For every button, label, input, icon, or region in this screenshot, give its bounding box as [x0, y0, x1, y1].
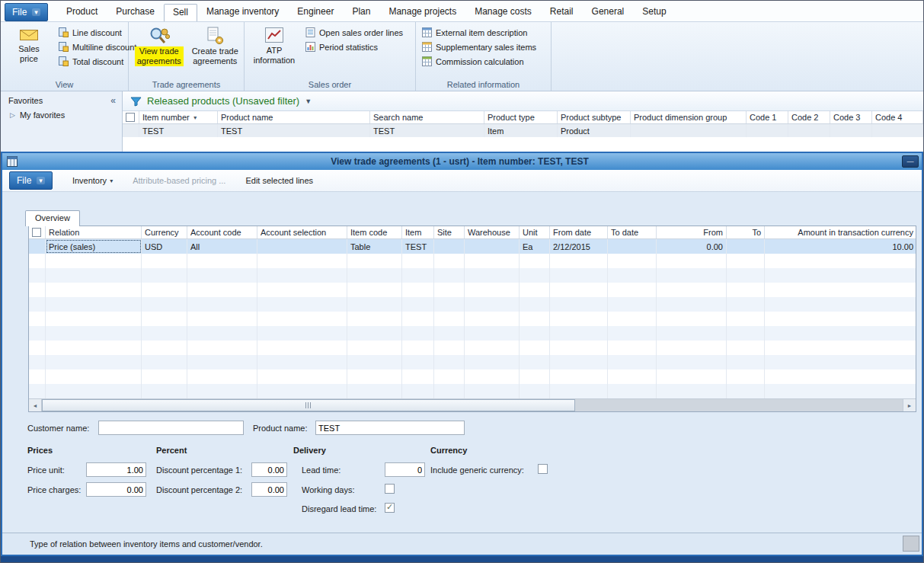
price-unit-input[interactable]: [86, 462, 146, 477]
tab-general[interactable]: General: [583, 3, 634, 21]
atp-information-button[interactable]: ATP information: [251, 25, 298, 72]
col-item[interactable]: Item: [402, 226, 434, 238]
tab-manage-inventory[interactable]: Manage inventory: [197, 3, 288, 21]
include-generic-currency-checkbox[interactable]: [538, 464, 548, 474]
file-menu-button[interactable]: File▾: [5, 3, 48, 21]
tab-purchase[interactable]: Purchase: [107, 3, 164, 21]
col-relation[interactable]: Relation: [46, 226, 142, 238]
window-title-bar[interactable]: View trade agreements (1 - usrt) - Item …: [2, 153, 922, 170]
window-file-menu-button[interactable]: File ▾: [9, 171, 53, 190]
scrollbar-thumb[interactable]: [42, 399, 575, 411]
supplementary-sales-items-button[interactable]: Supplementary sales items: [422, 42, 536, 52]
col-item-number[interactable]: Item number▼: [139, 111, 218, 123]
grid-empty-row[interactable]: [29, 326, 916, 341]
tab-manage-projects[interactable]: Manage projects: [379, 3, 465, 21]
minimize-button[interactable]: —: [902, 155, 919, 168]
col-site[interactable]: Site: [434, 226, 465, 238]
col-unit[interactable]: Unit: [520, 226, 550, 238]
tab-retail[interactable]: Retail: [541, 3, 583, 21]
tab-sell[interactable]: Sell: [164, 4, 197, 22]
price-charges-input[interactable]: [86, 482, 146, 497]
scrollbar-track[interactable]: [42, 399, 903, 411]
released-products-grid: Item number▼Product nameSearch nameProdu…: [123, 111, 923, 137]
menu-item-edit-selected-lines[interactable]: Edit selected lines: [245, 176, 313, 185]
grid-empty-row[interactable]: [29, 312, 916, 326]
cell-product-dimension-group: [631, 124, 747, 137]
grid-data-row[interactable]: TESTTESTTESTItemProduct: [123, 124, 923, 137]
select-all-checkbox[interactable]: [126, 113, 135, 122]
discount-percentage-2-input[interactable]: [251, 482, 287, 497]
col-code-2[interactable]: Code 2: [788, 111, 830, 123]
create-trade-agreements-button[interactable]: Create trade agreements: [191, 25, 240, 72]
column-label: Code 4: [875, 113, 902, 122]
col-product-dimension-group[interactable]: Product dimension group: [631, 111, 747, 123]
col-code-1[interactable]: Code 1: [747, 111, 788, 123]
working-days-checkbox[interactable]: [385, 484, 395, 494]
open-sales-order-lines-button[interactable]: Open sales order lines: [305, 27, 403, 37]
filter-caret-icon[interactable]: ▼: [193, 115, 198, 120]
scroll-left-button[interactable]: ◄: [29, 399, 42, 411]
col-account-selection[interactable]: Account selection: [257, 226, 347, 238]
grid-empty-row[interactable]: [29, 384, 916, 398]
multiline-discount-button[interactable]: Multiline discount: [59, 42, 136, 52]
menu-item-inventory[interactable]: Inventory ▾: [72, 176, 113, 185]
grid-empty-row[interactable]: [29, 297, 916, 312]
col-select[interactable]: [29, 226, 46, 238]
col-warehouse[interactable]: Warehouse: [465, 226, 520, 238]
details-form: Customer name: Product name: Prices Perc…: [2, 412, 922, 533]
atp-information-icon: [264, 27, 284, 44]
col-product-type[interactable]: Product type: [484, 111, 558, 123]
grid-empty-row[interactable]: [29, 355, 916, 369]
grid-empty-row[interactable]: [29, 341, 916, 355]
tab-overview[interactable]: Overview: [25, 210, 80, 226]
grid-data-row[interactable]: Price (sales)USDAllTableTESTEa2/12/20150…: [29, 239, 916, 254]
col-to[interactable]: To: [727, 226, 765, 238]
discount-percentage-1-input[interactable]: [251, 462, 287, 477]
disregard-lead-time-checkbox[interactable]: [385, 503, 395, 513]
released-products-title[interactable]: Released products (Unsaved filter): [147, 95, 299, 107]
tab-manage-costs[interactable]: Manage costs: [465, 3, 541, 21]
col-from-date[interactable]: From date: [550, 226, 608, 238]
view-trade-agreements-button[interactable]: View trade agreements: [135, 25, 184, 72]
col-product-name[interactable]: Product name: [218, 111, 370, 123]
col-product-subtype[interactable]: Product subtype: [558, 111, 631, 123]
filter-dropdown-caret-icon[interactable]: ▼: [305, 98, 312, 105]
multiline-discount-label: Multiline discount: [72, 43, 136, 52]
col-account-code[interactable]: Account code: [187, 226, 257, 238]
col-to-date[interactable]: To date: [608, 226, 657, 238]
lead-time-input[interactable]: [385, 462, 425, 477]
col-currency[interactable]: Currency: [142, 226, 187, 238]
sales-price-button[interactable]: Sales price: [7, 25, 51, 72]
col-code-4[interactable]: Code 4: [872, 111, 923, 123]
period-statistics-button[interactable]: Period statistics: [305, 42, 403, 52]
empty-cell: [29, 297, 46, 312]
col-select[interactable]: [123, 111, 139, 123]
col-amount-in-transaction-currency[interactable]: Amount in transaction currency: [765, 226, 916, 238]
empty-cell: [46, 341, 142, 355]
sidebar-collapse-icon[interactable]: «: [110, 95, 116, 106]
col-code-3[interactable]: Code 3: [830, 111, 872, 123]
grid-empty-row[interactable]: [29, 254, 916, 268]
column-label: Code 2: [791, 113, 818, 122]
col-search-name[interactable]: Search name: [370, 111, 484, 123]
grid-empty-row[interactable]: [29, 268, 916, 283]
tab-engineer[interactable]: Engineer: [288, 3, 343, 21]
grid-empty-row[interactable]: [29, 283, 916, 297]
tab-setup[interactable]: Setup: [633, 3, 675, 21]
col-from[interactable]: From: [657, 226, 727, 238]
tab-plan[interactable]: Plan: [343, 3, 379, 21]
col-item-code[interactable]: Item code: [347, 226, 402, 238]
customer-name-input[interactable]: [98, 421, 244, 435]
tab-product[interactable]: Product: [57, 3, 107, 21]
sidebar-item-my-favorites[interactable]: ▷ My favorites: [1, 107, 122, 121]
select-all-checkbox[interactable]: [32, 228, 41, 237]
product-name-input[interactable]: [315, 421, 465, 435]
scroll-right-button[interactable]: ►: [903, 399, 916, 411]
total-discount-button[interactable]: Total discount: [59, 56, 136, 66]
trade-agreements-grid: RelationCurrencyAccount codeAccount sele…: [29, 226, 916, 398]
grid-empty-row[interactable]: [29, 369, 916, 384]
line-discount-button[interactable]: Line discount: [59, 27, 136, 37]
external-item-description-button[interactable]: External item description: [422, 27, 536, 37]
commission-calculation-button[interactable]: Commission calculation: [422, 56, 536, 66]
horizontal-scrollbar[interactable]: ◄ ►: [29, 398, 916, 411]
